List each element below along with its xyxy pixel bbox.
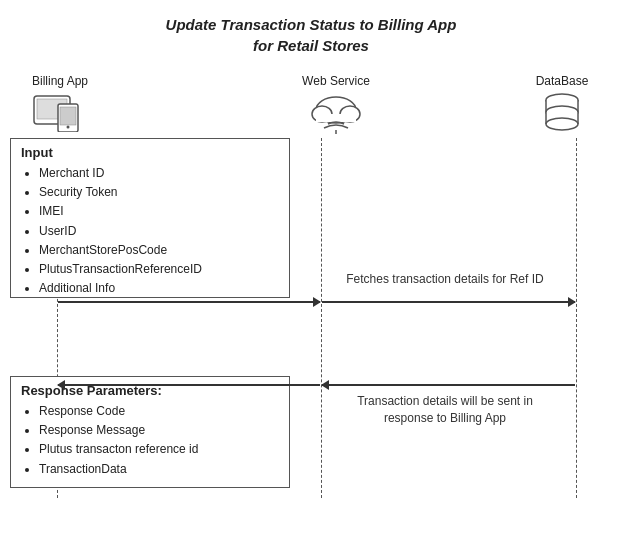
- billing-label: Billing App: [32, 74, 88, 88]
- svg-point-4: [67, 126, 70, 129]
- input-list-item: UserID: [39, 222, 279, 241]
- database-icon: [542, 92, 582, 136]
- input-list-item: MerchantStorePosCode: [39, 241, 279, 260]
- sequence-area: Input Merchant IDSecurity TokenIMEIUserI…: [10, 138, 612, 498]
- arrow-response-ws-billing: [58, 384, 320, 386]
- input-section: Input Merchant IDSecurity TokenIMEIUserI…: [10, 138, 290, 298]
- input-title: Input: [21, 145, 279, 160]
- webservice-label: Web Service: [302, 74, 370, 88]
- database-label: DataBase: [536, 74, 589, 88]
- arrow-request-ws-db: [322, 301, 575, 303]
- svg-rect-3: [60, 107, 76, 125]
- response-list-item: Response Code: [39, 402, 279, 421]
- response-list-item: TransactionData: [39, 460, 279, 479]
- page-title: Update Transaction Status to Billing App…: [0, 10, 622, 60]
- cloud-icon: [308, 92, 364, 136]
- input-list-item: IMEI: [39, 202, 279, 221]
- input-list-item: Merchant ID: [39, 164, 279, 183]
- transaction-label: Transaction details will be sent inrespo…: [325, 393, 565, 427]
- lifeline-webservice: [321, 138, 322, 498]
- response-list-item: Response Message: [39, 421, 279, 440]
- response-section: Response Parameters: Response CodeRespon…: [10, 376, 290, 488]
- arrow-request-billing-ws: [58, 301, 320, 303]
- actors-row: Billing App Web Service: [0, 74, 622, 136]
- title-line2: for Retail Stores: [0, 35, 622, 56]
- lifeline-database: [576, 138, 577, 498]
- input-list-item: Additional Info: [39, 279, 279, 298]
- billing-icon: [32, 92, 88, 132]
- input-list-item: PlutusTransactionReferenceID: [39, 260, 279, 279]
- actor-billing: Billing App: [10, 74, 110, 132]
- page: Update Transaction Status to Billing App…: [0, 0, 622, 535]
- fetch-label: Fetches transaction details for Ref ID: [330, 272, 560, 286]
- input-list: Merchant IDSecurity TokenIMEIUserIDMerch…: [21, 164, 279, 298]
- transaction-label-text: Transaction details will be sent inrespo…: [357, 394, 533, 425]
- title-line1: Update Transaction Status to Billing App: [0, 14, 622, 35]
- svg-point-14: [546, 118, 578, 130]
- actor-database: DataBase: [512, 74, 612, 136]
- input-list-item: Security Token: [39, 183, 279, 202]
- arrow-response-db-ws: [322, 384, 575, 386]
- response-list: Response CodeResponse MessagePlutus tran…: [21, 402, 279, 479]
- actor-webservice: Web Service: [286, 74, 386, 136]
- svg-rect-8: [316, 114, 356, 122]
- response-list-item: Plutus transacton reference id: [39, 440, 279, 459]
